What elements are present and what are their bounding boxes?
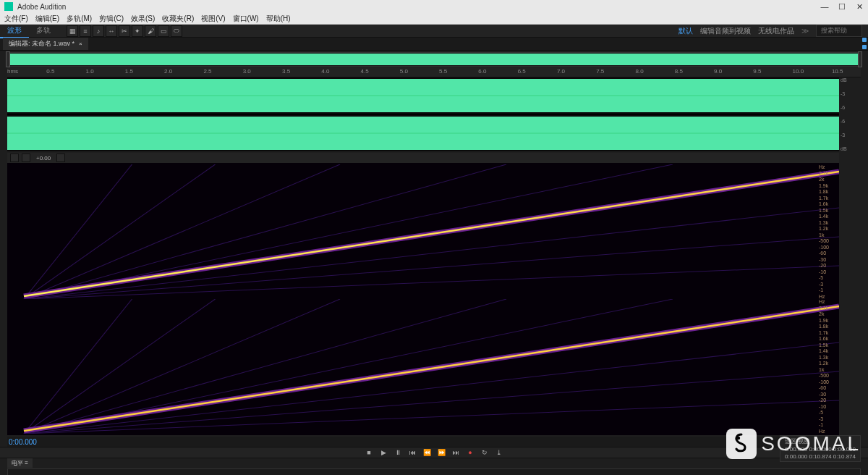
ruler-tick: hms xyxy=(7,68,18,75)
selection-start[interactable]: 0:00.000 xyxy=(785,446,807,453)
app-logo-icon xyxy=(4,2,13,11)
mode-multitrack[interactable]: 多轨 xyxy=(29,24,58,38)
spectral-toolbar: +0.00 xyxy=(7,153,839,163)
db-scale-right: dB -3 -6 -6 -3 dB xyxy=(841,77,862,151)
menu-window[interactable]: 窗口(W) xyxy=(233,14,259,24)
waveform-channel-left xyxy=(7,77,839,114)
pause-button[interactable]: ⏸ xyxy=(393,448,403,457)
waveform-channel-right xyxy=(7,115,839,151)
menu-view[interactable]: 视图(V) xyxy=(201,14,225,24)
ruler-tick: 1.5 xyxy=(125,68,133,75)
tool-move-icon[interactable]: ↔ xyxy=(106,25,117,37)
selection-dur[interactable]: 0:00.000 xyxy=(833,446,856,453)
ruler-tick: 10.0 xyxy=(793,68,804,75)
spectral-channel-left xyxy=(7,164,839,299)
overview-channel-left xyxy=(8,54,860,59)
tool-heal-icon[interactable]: ✦ xyxy=(132,25,143,37)
tool-razor-icon[interactable]: ✂ xyxy=(119,25,130,37)
mode-toolbar-row: 波形 多轨 ▦ ≡ ♪ ↔ ✂ ✦ 🖌 ▭ ⬭ 默认 编辑音频到视频 无线电作品… xyxy=(0,25,868,38)
menu-effects[interactable]: 效果(S) xyxy=(131,14,155,24)
panel-toggle-icon[interactable] xyxy=(862,45,867,49)
ruler-tick: 2.5 xyxy=(203,68,211,75)
tool-lasso-icon[interactable]: ⬭ xyxy=(171,25,182,37)
skip-start-button[interactable]: ⏮ xyxy=(407,448,417,457)
panel-toggle-icon[interactable] xyxy=(862,38,867,42)
hz-scale-left-channel: Hz2.1k 2k1.9k 1.8k1.7k 1.6k1.5k 1.4k1.3k… xyxy=(819,164,839,299)
play-button[interactable]: ▶ xyxy=(378,448,388,457)
tool-brush-icon[interactable]: 🖌 xyxy=(145,25,156,37)
menu-multitrack[interactable]: 多轨(M) xyxy=(67,14,92,24)
ruler-tick: 5.0 xyxy=(400,68,408,75)
levels-panel-tab[interactable]: 电平 ≡ xyxy=(7,458,33,468)
tool-marquee-icon[interactable]: ▭ xyxy=(158,25,169,37)
ruler-tick: 3.5 xyxy=(282,68,290,75)
spectral-gain-value[interactable]: +0.00 xyxy=(33,155,54,161)
ruler-tick: 6.5 xyxy=(518,68,526,75)
minimize-button[interactable]: — xyxy=(820,2,829,11)
rewind-button[interactable]: ⏪ xyxy=(422,448,432,457)
stop-button[interactable]: ■ xyxy=(364,448,374,457)
forward-button[interactable]: ⏩ xyxy=(436,448,446,457)
spectral-display[interactable]: Hz2.1k 2k1.9k 1.8k1.7k 1.6k1.5k 1.4k1.3k… xyxy=(7,163,839,435)
ruler-tick: 0.5 xyxy=(46,68,54,75)
timecode-bar: 0:00.000 xyxy=(7,437,861,447)
menu-favorites[interactable]: 收藏夹(R) xyxy=(162,14,194,24)
spectral-pan-icon[interactable] xyxy=(22,154,30,162)
ruler-tick: 9.5 xyxy=(753,68,761,75)
selection-view-panel: 选区/视图 0:00.000 0:00.000 0:00.000 0:00.00… xyxy=(780,435,861,462)
ruler-tick: 6.0 xyxy=(478,68,486,75)
workspace-radio[interactable]: 无线电作品 xyxy=(758,26,794,36)
close-window-button[interactable]: ✕ xyxy=(855,2,864,11)
loop-button[interactable]: ↻ xyxy=(480,448,490,457)
file-tab-close-icon[interactable]: × xyxy=(79,41,82,47)
ruler-tick: 2.0 xyxy=(164,68,172,75)
ruler-tick: 8.5 xyxy=(675,68,683,75)
file-tab[interactable]: 编辑器: 未命名 1.wav * × xyxy=(3,38,88,50)
view-end[interactable]: 0:10.874 xyxy=(809,453,831,460)
edit-tools: ▦ ≡ ♪ ↔ ✂ ✦ 🖌 ▭ ⬭ xyxy=(67,25,182,37)
current-timecode[interactable]: 0:00.000 xyxy=(7,438,37,446)
spectral-channel-right xyxy=(7,299,839,434)
waveform-display[interactable]: dB -3 -6 -6 -3 dB xyxy=(7,77,839,151)
spectral-tool-icon[interactable] xyxy=(10,154,19,162)
selection-end[interactable]: 0:00.000 xyxy=(809,446,831,453)
hz-scale-right-channel: Hz2.1k 2k1.9k 1.8k1.7k 1.6k1.5k 1.4k1.3k… xyxy=(819,299,839,434)
view-start[interactable]: 0:00.000 xyxy=(785,453,807,460)
timeline-ruler[interactable]: hms 0.5 1.0 1.5 2.0 2.5 3.0 3.5 4.0 4.5 … xyxy=(7,67,861,77)
ruler-tick: 8.0 xyxy=(635,68,643,75)
app-title: Adobe Audition xyxy=(17,3,820,11)
editor-tab-row: 编辑器: 未命名 1.wav * × xyxy=(0,38,868,51)
ruler-tick: 4.0 xyxy=(321,68,329,75)
tool-pitch-icon[interactable]: ♪ xyxy=(93,25,104,37)
skip-selection-button[interactable]: ⤓ xyxy=(494,448,504,457)
waveform-overview[interactable] xyxy=(7,52,861,67)
tool-hud-icon[interactable]: ▦ xyxy=(67,25,78,37)
ruler-tick: 7.0 xyxy=(557,68,565,75)
spectral-reset-icon[interactable] xyxy=(56,154,65,162)
menu-help[interactable]: 帮助(H) xyxy=(266,14,291,24)
menu-edit[interactable]: 编辑(E) xyxy=(35,14,59,24)
window-titlebar: Adobe Audition — ☐ ✕ xyxy=(0,0,868,13)
workspace-edit-video[interactable]: 编辑音频到视频 xyxy=(700,26,751,36)
spectral-area: +0.00 xyxy=(7,153,839,435)
ruler-tick: 10.5 xyxy=(832,68,843,75)
tool-spectral-icon[interactable]: ≡ xyxy=(80,25,91,37)
help-search-input[interactable]: 搜索帮助 xyxy=(816,25,862,37)
ruler-tick: 9.0 xyxy=(714,68,722,75)
ruler-tick: 1.0 xyxy=(86,68,94,75)
maximize-button[interactable]: ☐ xyxy=(838,2,846,11)
ruler-tick: 7.5 xyxy=(596,68,604,75)
menu-file[interactable]: 文件(F) xyxy=(4,14,28,24)
mode-waveform[interactable]: 波形 xyxy=(0,24,29,38)
view-dur[interactable]: 0:10.874 xyxy=(833,453,856,460)
record-button[interactable]: ● xyxy=(465,448,475,457)
overview-handle-left[interactable] xyxy=(6,51,10,67)
workspace-default[interactable]: 默认 xyxy=(678,26,693,36)
transport-controls: ■ ▶ ⏸ ⏮ ⏪ ⏩ ⏭ ● ↻ ⤓ xyxy=(0,447,868,458)
menu-clip[interactable]: 剪辑(C) xyxy=(99,14,124,24)
ruler-tick: 5.5 xyxy=(439,68,447,75)
skip-end-button[interactable]: ⏭ xyxy=(451,448,461,457)
right-panel-toggles xyxy=(862,38,867,446)
ruler-tick: 3.0 xyxy=(243,68,251,75)
level-meter: dB -57 -54 -51 -48 -45 -42 -39 -36 -33 -… xyxy=(7,468,861,475)
